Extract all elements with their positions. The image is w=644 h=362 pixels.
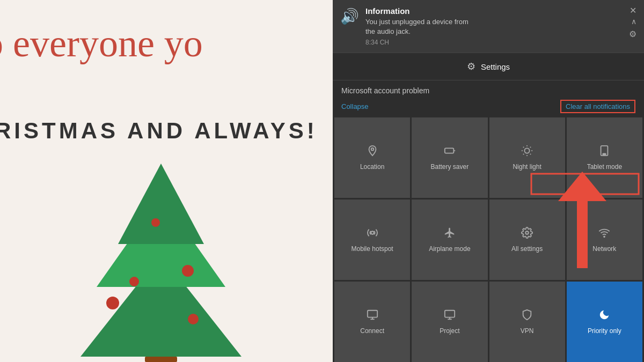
quick-tile-vpn[interactable]: VPN <box>489 282 565 362</box>
quick-tile-all-settings[interactable]: All settings <box>489 200 565 280</box>
notification-settings-button[interactable]: ⚙ <box>626 28 640 40</box>
night-light-label: Night light <box>513 163 541 171</box>
settings-row[interactable]: ⚙ Settings <box>333 53 644 80</box>
gear-icon: ⚙ <box>467 61 475 72</box>
ms-account-text: Microsoft account problem <box>341 86 429 95</box>
svg-rect-9 <box>445 149 454 153</box>
svg-line-17 <box>523 154 524 154</box>
svg-rect-8 <box>145 357 177 362</box>
quick-tile-night-light[interactable]: Night light <box>489 117 565 198</box>
svg-point-22 <box>525 231 529 234</box>
location-label: Location <box>360 163 384 171</box>
christmas-tree <box>27 137 295 362</box>
svg-rect-20 <box>603 154 606 155</box>
battery-saver-icon <box>444 145 456 160</box>
collapse-link[interactable]: Collapse <box>341 102 369 110</box>
clear-all-notifications-link[interactable]: Clear all notifications <box>560 100 635 113</box>
speaker-icon: 🔊 <box>340 8 359 25</box>
mobile-hotspot-icon <box>367 227 378 242</box>
network-icon <box>598 227 610 242</box>
all-settings-icon <box>521 227 533 242</box>
quick-tile-project[interactable]: Project <box>412 282 487 362</box>
svg-point-7 <box>151 218 160 227</box>
project-icon <box>444 309 456 324</box>
notification-title: Information <box>365 6 636 16</box>
collapse-clear-row: Collapse Clear all notifications <box>333 95 644 117</box>
svg-point-3 <box>106 297 119 309</box>
svg-line-14 <box>530 154 531 154</box>
quick-tile-tablet-mode[interactable]: Tablet mode <box>567 117 642 198</box>
quick-tile-location[interactable]: Location <box>334 117 410 198</box>
quick-tile-mobile-hotspot[interactable]: Mobile hotspot <box>334 200 410 280</box>
notification-content: Information You just unplugged a device … <box>365 6 636 46</box>
quick-tile-network[interactable]: Network <box>567 200 642 280</box>
svg-point-21 <box>371 231 374 234</box>
location-icon <box>367 145 378 160</box>
svg-point-23 <box>604 237 605 238</box>
svg-point-5 <box>129 277 139 286</box>
svg-point-4 <box>188 314 199 324</box>
connect-label: Connect <box>360 327 384 335</box>
svg-point-6 <box>182 265 194 277</box>
bg-text-everyone: o everyone yo <box>0 21 203 66</box>
night-light-icon <box>521 145 533 160</box>
battery-saver-label: Battery saver <box>431 163 469 171</box>
project-label: Project <box>440 327 459 335</box>
network-label: Network <box>592 245 616 253</box>
svg-marker-2 <box>118 164 204 244</box>
mobile-hotspot-label: Mobile hotspot <box>352 245 393 253</box>
all-settings-label: All settings <box>511 245 543 253</box>
priority-only-icon <box>598 309 610 324</box>
quick-tile-connect[interactable]: Connect <box>334 282 410 362</box>
ms-account-bar: Microsoft account problem <box>333 80 644 95</box>
quick-actions-grid: LocationBattery saverNight lightTablet m… <box>333 117 644 362</box>
svg-point-10 <box>525 149 530 153</box>
tablet-mode-icon <box>598 145 610 160</box>
notification-item: 🔊 Information You just unplugged a devic… <box>333 0 644 53</box>
action-center-panel: 🔊 Information You just unplugged a devic… <box>333 0 644 362</box>
airplane-mode-icon <box>444 227 456 242</box>
quick-tile-priority-only[interactable]: Priority only <box>567 282 642 362</box>
connect-icon <box>367 309 378 324</box>
notification-expand-button[interactable]: ∧ <box>628 16 640 27</box>
notification-time: 8:34 CH <box>365 39 636 46</box>
priority-only-label: Priority only <box>588 327 621 335</box>
notification-close-button[interactable]: ✕ <box>626 4 640 17</box>
quick-tile-airplane-mode[interactable]: Airplane mode <box>412 200 487 280</box>
notification-body: You just unplugged a device from the aud… <box>365 17 636 36</box>
airplane-mode-label: Airplane mode <box>429 245 470 253</box>
settings-label: Settings <box>481 62 510 71</box>
tablet-mode-label: Tablet mode <box>587 163 622 171</box>
svg-line-18 <box>530 147 531 147</box>
vpn-label: VPN <box>521 327 534 335</box>
svg-rect-25 <box>445 311 455 317</box>
christmas-card-background: o everyone yo RISTMAS AND ALWAYS! <box>0 0 333 362</box>
svg-line-13 <box>523 147 524 147</box>
svg-rect-24 <box>367 311 377 317</box>
quick-tile-battery-saver[interactable]: Battery saver <box>412 117 487 198</box>
vpn-icon <box>521 309 533 324</box>
